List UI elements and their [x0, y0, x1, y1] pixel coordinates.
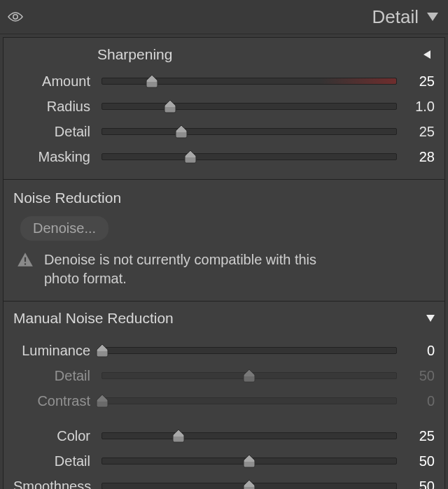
- manual-slider-track[interactable]: [102, 347, 397, 354]
- sharpening-slider-track[interactable]: [102, 128, 397, 135]
- slider-thumb-icon[interactable]: [95, 343, 109, 358]
- denoise-warning: Denoise is not currently compatible with…: [13, 250, 435, 288]
- manual-slider-row: Color25: [13, 423, 435, 448]
- svg-rect-1: [24, 257, 26, 262]
- slider-thumb-icon[interactable]: [183, 149, 197, 164]
- manual-slider-label: Detail: [13, 453, 96, 469]
- manual-slider-track[interactable]: [102, 458, 397, 465]
- manual-slider-label: Luminance: [13, 343, 96, 359]
- slider-thumb-icon[interactable]: [174, 124, 188, 139]
- svg-rect-2: [24, 263, 26, 264]
- manual-noise-collapse-icon[interactable]: [426, 315, 435, 322]
- manual-slider-row: Contrast0: [13, 388, 435, 413]
- denoise-button[interactable]: Denoise...: [20, 216, 108, 241]
- sharpening-slider-label: Radius: [13, 99, 96, 115]
- sharpening-slider-track[interactable]: [102, 153, 397, 160]
- manual-slider-label: Color: [13, 428, 96, 444]
- sharpening-slider-track[interactable]: [102, 78, 397, 85]
- manual-slider-row: Smoothness50: [13, 474, 435, 489]
- manual-slider-value[interactable]: 0: [402, 393, 435, 409]
- sharpening-slider-label: Detail: [13, 124, 96, 140]
- sharpening-slider-value[interactable]: 25: [402, 73, 435, 90]
- manual-slider-label: Contrast: [13, 393, 96, 409]
- manual-slider-value[interactable]: 0: [402, 343, 435, 359]
- sharpening-slider-value[interactable]: 25: [402, 124, 435, 140]
- sharpening-slider-value[interactable]: 1.0: [402, 99, 435, 115]
- sharpening-slider-value[interactable]: 28: [402, 149, 435, 165]
- panel-title: Detail: [372, 6, 419, 28]
- sharpening-slider-row: Radius1.0: [13, 94, 435, 119]
- denoise-warning-text: Denoise is not currently compatible with…: [44, 250, 338, 288]
- sharpening-slider-row: Detail25: [13, 119, 435, 144]
- manual-noise-section: Manual Noise Reduction Luminance0Detail5…: [4, 302, 444, 489]
- sharpening-slider-row: Masking28: [13, 144, 435, 169]
- manual-slider-label: Detail: [13, 368, 96, 384]
- sharpening-collapse-icon[interactable]: [424, 50, 430, 59]
- noise-reduction-title: Noise Reduction: [13, 190, 435, 206]
- slider-thumb-icon[interactable]: [172, 428, 186, 444]
- manual-slider-track[interactable]: [102, 372, 397, 379]
- manual-slider-value[interactable]: 50: [402, 479, 435, 490]
- warning-icon: [16, 250, 34, 271]
- panel-header: Detail: [0, 0, 448, 34]
- manual-noise-title: Manual Noise Reduction: [13, 310, 174, 327]
- sharpening-slider-track[interactable]: [102, 103, 397, 110]
- manual-slider-value[interactable]: 50: [402, 453, 435, 469]
- manual-slider-track[interactable]: [102, 432, 397, 439]
- slider-thumb-icon[interactable]: [242, 479, 256, 489]
- slider-thumb-icon[interactable]: [163, 99, 177, 114]
- sharpening-title: Sharpening: [97, 46, 172, 63]
- manual-slider-row: Detail50: [13, 448, 435, 474]
- manual-slider-track[interactable]: [102, 397, 397, 404]
- manual-slider-row: Luminance0: [13, 338, 435, 363]
- manual-slider-value[interactable]: 50: [402, 368, 435, 384]
- noise-reduction-section: Noise Reduction Denoise... Denoise is no…: [4, 180, 444, 302]
- slider-thumb-icon[interactable]: [242, 453, 256, 469]
- manual-slider-label: Smoothness: [13, 479, 96, 490]
- manual-slider-track[interactable]: [102, 483, 397, 489]
- sharpening-section: Sharpening Amount25Radius1.0Detail25Mask…: [4, 38, 444, 180]
- sharpening-slider-label: Masking: [13, 149, 96, 165]
- sharpening-slider-label: Amount: [13, 73, 96, 90]
- svg-point-0: [13, 15, 18, 19]
- sharpening-slider-row: Amount25: [13, 69, 435, 94]
- manual-slider-value[interactable]: 25: [402, 428, 435, 444]
- panel-collapse-icon[interactable]: [427, 13, 438, 21]
- slider-thumb-icon[interactable]: [145, 73, 159, 89]
- slider-thumb-icon[interactable]: [242, 368, 256, 383]
- slider-thumb-icon[interactable]: [95, 393, 109, 409]
- visibility-toggle-icon[interactable]: [7, 8, 24, 25]
- panel-body: Sharpening Amount25Radius1.0Detail25Mask…: [3, 37, 445, 489]
- manual-slider-row: Detail50: [13, 363, 435, 388]
